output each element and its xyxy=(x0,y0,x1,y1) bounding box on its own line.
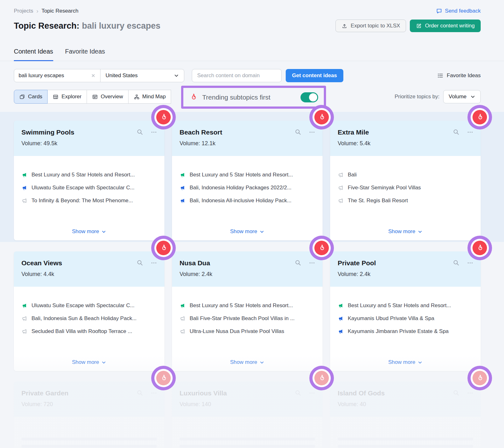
breadcrumb: Projects › Topic Research xyxy=(14,8,78,14)
headline-item[interactable]: Five-Star Seminyak Pool Villas xyxy=(338,185,473,191)
headline-text: Bali, Indonesia Sun & Beach Holiday Pack… xyxy=(32,315,137,322)
headline-item[interactable]: Best Luxury and 5 Star Hotels and Resort… xyxy=(338,302,473,309)
toggle-knob xyxy=(309,93,317,101)
trending-cards-row: Swimming Pools Volume: 49.5k Best Luxur xyxy=(0,112,504,242)
headline-item[interactable]: Best Luxury and 5 Star Hotels and Resort… xyxy=(180,302,315,309)
flame-badge-ring xyxy=(154,108,173,126)
card-header: Nusa Dua Volume: 2.4k xyxy=(172,251,323,287)
flame-icon xyxy=(476,374,484,382)
more-options-icon[interactable] xyxy=(151,390,157,396)
headline-item[interactable]: Uluwatu Suite Escape with Spectacular C.… xyxy=(21,185,157,191)
search-icon[interactable] xyxy=(295,259,301,266)
show-more-link[interactable]: Show more xyxy=(21,359,157,365)
headline-item[interactable]: Bali, Indonesia All-inclusive Holiday Pa… xyxy=(180,198,315,204)
card-inner: Private Pool Volume: 2.4k Best Luxury a xyxy=(330,251,481,371)
show-more-link[interactable]: Show more xyxy=(180,228,315,235)
prioritize-select[interactable]: Volume xyxy=(443,90,481,103)
headline-item[interactable]: Kayumanis Jimbaran Private Estate & Spa xyxy=(338,328,473,335)
chevron-down-icon xyxy=(174,73,179,78)
megaphone-icon xyxy=(180,172,186,178)
headline-item[interactable]: Best Luxury and 5 Star Hotels and Resort… xyxy=(21,172,157,178)
show-more-link[interactable]: Show more xyxy=(338,359,473,365)
tab-content-ideas[interactable]: Content Ideas xyxy=(14,48,53,61)
view-overview-button[interactable]: Overview xyxy=(87,90,129,104)
more-options-icon[interactable] xyxy=(467,390,473,396)
trending-toggle-switch[interactable] xyxy=(301,92,318,102)
show-more-link[interactable]: Show more xyxy=(180,359,315,365)
megaphone-icon xyxy=(21,303,27,309)
search-icon[interactable] xyxy=(136,389,143,396)
overview-view-icon xyxy=(92,94,98,100)
card-header: Private Pool Volume: 2.4k xyxy=(330,251,481,287)
headline-item[interactable]: Bali xyxy=(338,172,473,178)
card-header: Luxurious Villa Volume: 140 xyxy=(172,382,323,417)
order-content-writing-button[interactable]: Order content writing xyxy=(410,20,481,32)
list-icon xyxy=(437,72,444,79)
search-icon[interactable] xyxy=(453,259,460,266)
headline-item[interactable]: Bali, Indonesia Sun & Beach Holiday Pack… xyxy=(21,315,157,322)
export-xlsx-button[interactable]: Export topic to XLSX xyxy=(335,20,406,32)
flame-icon xyxy=(189,93,198,101)
more-options-icon[interactable] xyxy=(309,129,315,135)
headline-item[interactable]: Uluwatu Suite Escape with Spectacular C.… xyxy=(21,302,157,309)
tab-favorite-ideas[interactable]: Favorite Ideas xyxy=(65,48,105,61)
flame-badge-circle xyxy=(156,241,171,255)
breadcrumb-projects-link[interactable]: Projects xyxy=(14,8,33,14)
favorite-ideas-link[interactable]: Favorite Ideas xyxy=(437,72,481,79)
more-options-icon[interactable] xyxy=(309,260,315,266)
headline-item[interactable]: Ultra-Luxe Nusa Dua Private Pool Villas xyxy=(180,328,315,335)
headline-item[interactable]: Best Luxury and 5 Star Hotels and Resort… xyxy=(180,172,315,178)
edit-icon xyxy=(416,23,422,29)
headline-item[interactable]: The St. Regis Bali Resort xyxy=(338,198,473,204)
get-content-ideas-button[interactable]: Get content ideas xyxy=(286,69,343,82)
clear-keyword-icon[interactable] xyxy=(91,73,96,78)
card-volume: Volume: 2.4k xyxy=(338,271,473,278)
cards-view-icon xyxy=(19,94,25,100)
headline-item[interactable]: To Infinity & Beyond: The Most Phenome..… xyxy=(21,198,157,204)
flame-icon xyxy=(318,113,326,121)
card-actions xyxy=(295,389,315,396)
megaphone-icon xyxy=(180,303,186,309)
search-icon[interactable] xyxy=(295,389,301,396)
more-options-icon[interactable] xyxy=(151,260,157,266)
country-select[interactable]: United States xyxy=(100,69,184,82)
headline-item[interactable]: Kayumanis Ubud Private Villa & Spa xyxy=(338,315,473,322)
headline-list: Best Luxury and 5 Star Hotels and Resort… xyxy=(180,172,315,204)
megaphone-icon xyxy=(21,316,27,322)
card-title: Island Of Gods xyxy=(338,389,385,397)
card-header: Ocean Views Volume: 4.4k xyxy=(14,251,164,287)
show-more-link[interactable]: Show more xyxy=(338,228,473,235)
more-options-icon[interactable] xyxy=(309,390,315,396)
megaphone-icon xyxy=(338,198,344,204)
domain-search-input[interactable] xyxy=(192,69,282,82)
view-cards-button[interactable]: Cards xyxy=(14,90,48,104)
headline-text: Best Luxury and 5 Star Hotels and Resort… xyxy=(190,302,293,309)
chevron-down-icon xyxy=(470,94,475,99)
more-options-icon[interactable] xyxy=(467,129,473,135)
view-mind-map-button[interactable]: Mind Map xyxy=(128,90,171,104)
headline-item[interactable]: Secluded Bali Villa with Rooftop Terrace… xyxy=(21,328,157,335)
search-icon[interactable] xyxy=(453,129,460,135)
speech-bubble-icon xyxy=(436,8,442,14)
search-icon[interactable] xyxy=(136,129,143,135)
send-feedback-link[interactable]: Send feedback xyxy=(436,8,481,14)
trending-flame-badge xyxy=(309,105,334,129)
search-icon[interactable] xyxy=(136,259,143,266)
show-more-link[interactable]: Show more xyxy=(21,228,157,235)
card-volume: Volume: 2.4k xyxy=(180,271,315,278)
keyword-input[interactable] xyxy=(19,72,88,79)
headline-item[interactable]: Bali, Indonesia Holiday Packages 2022/2.… xyxy=(180,185,315,191)
search-icon[interactable] xyxy=(453,389,460,396)
view-explorer-button[interactable]: Explorer xyxy=(47,90,87,104)
card-volume: Volume: 720 xyxy=(21,401,157,408)
megaphone-icon xyxy=(338,185,344,191)
headline-item[interactable]: Bali Five-Star Private Beach Pool Villas… xyxy=(180,315,315,322)
search-icon[interactable] xyxy=(295,129,301,135)
more-options-icon[interactable] xyxy=(467,260,473,266)
trending-flame-badge xyxy=(467,105,492,129)
card-body: Best Luxury and 5 Star Hotels and Resort… xyxy=(172,156,323,240)
chevron-down-icon xyxy=(101,229,106,234)
more-options-icon[interactable] xyxy=(151,129,157,135)
topic-card: Island Of Gods Volume: 40 Show more xyxy=(330,382,481,448)
topic-card: Luxurious Villa Volume: 140 Show more xyxy=(172,382,323,448)
